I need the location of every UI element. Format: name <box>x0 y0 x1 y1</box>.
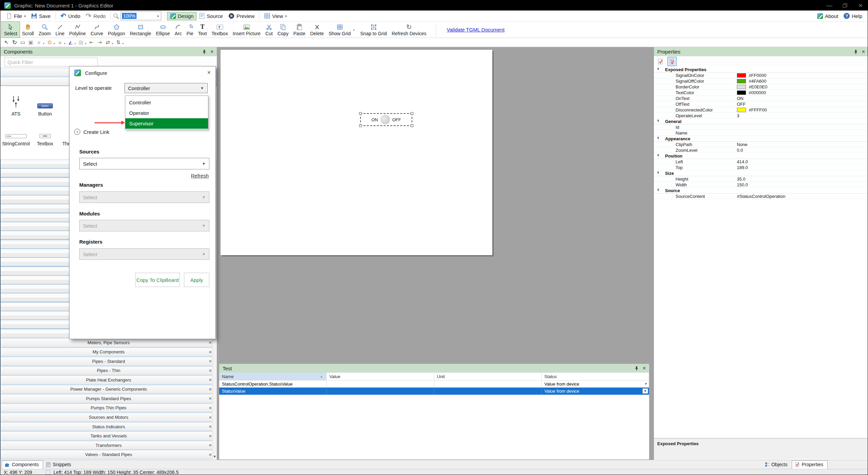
component-item-ats[interactable]: ATS <box>1 92 30 117</box>
close-icon[interactable]: × <box>209 434 212 438</box>
property-row[interactable]: ClipPathNone <box>654 142 868 147</box>
flip-horizontal-icon[interactable]: ⇄ <box>104 39 112 46</box>
drawing-canvas[interactable]: ON OFF <box>221 50 492 255</box>
rotate-right-icon[interactable]: ⇥ <box>96 39 104 46</box>
tool-scroll[interactable]: Scroll <box>20 22 36 38</box>
property-row[interactable]: TextColor#000000 <box>654 90 868 96</box>
component-item-textbox[interactable]: Textbox <box>30 122 60 146</box>
save-button[interactable]: Save <box>28 12 53 20</box>
restore-button[interactable] <box>837 0 853 11</box>
column-header-value[interactable]: Value <box>327 373 434 380</box>
group-position[interactable]: ∨Position <box>654 153 868 159</box>
component-item-stringcontrol[interactable]: StringControl <box>1 122 30 146</box>
show-exposed-properties-button[interactable] <box>667 57 677 66</box>
align-icon[interactable]: ≡ <box>56 39 64 46</box>
property-row[interactable]: OffTextOFF <box>654 101 868 107</box>
category-sources-and-motors[interactable]: Sources and Motors× <box>0 413 217 422</box>
tool-zoom[interactable]: Zoom <box>36 22 53 38</box>
property-row[interactable]: Top189.0 <box>654 165 868 170</box>
about-button[interactable]: About <box>814 12 841 20</box>
chevron-down-icon[interactable]: ▼ <box>644 382 647 386</box>
dialog-titlebar[interactable]: Configure <box>69 66 215 79</box>
flip-vertical-icon[interactable]: ⇅ <box>114 39 122 46</box>
property-row[interactable]: ZoomLevel0.0 <box>654 147 868 153</box>
close-icon[interactable]: × <box>209 340 212 345</box>
order-layers-icon[interactable]: ⧉ <box>45 39 54 46</box>
tab-objects[interactable]: Objects <box>762 460 792 469</box>
resize-handle-se[interactable] <box>411 124 413 127</box>
refresh-link[interactable]: Refresh <box>191 173 209 179</box>
tool-copy[interactable]: Copy <box>275 22 291 38</box>
file-menu[interactable]: File▾ <box>4 12 28 20</box>
show-properties-button[interactable] <box>656 57 665 66</box>
tool-select[interactable]: Select <box>2 22 20 38</box>
chevron-down-icon[interactable]: ▾ <box>54 42 55 45</box>
property-row[interactable]: OperateLevel3 <box>654 113 868 119</box>
cell-status-dropdown[interactable]: Value from device ▼ <box>542 388 649 395</box>
modules-select[interactable]: Select ▼ <box>79 220 209 231</box>
close-icon[interactable]: × <box>209 369 212 373</box>
tab-properties[interactable]: Properties <box>792 460 828 469</box>
dropdown-button[interactable]: ▼ <box>642 388 648 394</box>
category-plate-heat-exchangers[interactable]: Plate Heat Exchangers× <box>0 375 217 385</box>
category-valves-standard-pipes[interactable]: Valves - Standard Pipes× <box>0 450 217 459</box>
test-table-row[interactable]: StatusControlOperation.StatusValue Value… <box>219 380 649 388</box>
group-select-icon[interactable]: ▣ <box>27 39 35 46</box>
tool-delete[interactable]: Delete <box>308 22 326 38</box>
close-icon[interactable]: × <box>209 425 212 429</box>
source-mode-button[interactable]: Source <box>197 12 226 20</box>
undo-button[interactable]: ↶ Undo <box>58 12 83 20</box>
quick-filter-input[interactable] <box>4 58 98 66</box>
tool-arc[interactable]: Arc <box>172 22 184 38</box>
close-icon[interactable]: × <box>209 396 212 400</box>
property-row[interactable]: Name <box>654 130 868 136</box>
tool-ellipse[interactable]: Ellipse <box>153 22 172 38</box>
create-link-toggle[interactable]: ∧ Create Link <box>74 129 109 135</box>
toggle-knob[interactable] <box>380 115 390 124</box>
tool-snap-to-grid[interactable]: Snap to Grid <box>358 22 389 38</box>
close-icon[interactable]: × <box>209 378 212 382</box>
close-icon[interactable]: × <box>209 443 212 447</box>
group-size[interactable]: ∨Size <box>654 170 868 176</box>
property-row[interactable]: SignalOnColor#FF0000 <box>654 73 868 78</box>
category-pumps-standard-pipes[interactable]: Pumps Standard Pipes× <box>0 394 217 403</box>
close-icon[interactable]: × <box>209 359 212 363</box>
group-appearance[interactable]: ∨Appearance <box>654 136 868 142</box>
tab-components[interactable]: Components <box>2 460 43 469</box>
property-row[interactable]: Id <box>654 124 868 130</box>
registers-select[interactable]: Select ▼ <box>79 248 209 260</box>
category-meters-pipe-sensors[interactable]: Meters, Pipe Sensors× <box>0 338 217 347</box>
preview-mode-button[interactable]: Preview <box>226 12 257 20</box>
category-power-manager[interactable]: Power Manager - Generic Components× <box>0 385 217 394</box>
tool-show-grid[interactable]: Show Grid ▾ <box>326 22 353 38</box>
close-button[interactable]: × <box>853 0 868 11</box>
flip-shape-icon[interactable]: ◭ <box>66 39 75 46</box>
tool-paste[interactable]: Paste <box>291 22 308 38</box>
grid-settings-icon[interactable]: # <box>35 39 43 46</box>
component-item-button[interactable]: Button Button <box>30 92 60 117</box>
property-row[interactable]: Width150.0 <box>654 182 868 188</box>
close-icon[interactable]: × <box>209 350 212 354</box>
design-mode-button[interactable]: Design <box>167 12 197 20</box>
resize-handle-ne[interactable] <box>411 112 413 115</box>
chevron-down-icon[interactable]: ▾ <box>112 42 113 45</box>
level-to-operate-combobox[interactable]: Controller ▼ <box>124 83 208 93</box>
selected-toggle-component[interactable]: ON OFF <box>360 113 412 126</box>
tool-line[interactable]: Line <box>53 22 67 38</box>
mask-icon[interactable]: ▨ <box>77 39 85 46</box>
property-row[interactable]: DisconnectedColor#FFFF00 <box>654 107 868 113</box>
group-source[interactable]: ∨Source <box>654 188 868 193</box>
tool-pie[interactable]: Pie <box>184 22 195 38</box>
tool-textbox[interactable]: T Textbox <box>209 22 230 38</box>
category-tanks-and-vessels[interactable]: Tanks and Vessels× <box>0 431 217 440</box>
pin-icon[interactable] <box>854 49 858 54</box>
column-header-status[interactable]: Status <box>542 373 649 380</box>
property-row[interactable]: Left414.0 <box>654 159 868 165</box>
close-icon[interactable]: × <box>862 49 865 55</box>
property-row[interactable]: OnTextON <box>654 96 868 101</box>
category-pumps-thin-pipes[interactable]: Pumps Thin Pipes× <box>0 404 217 413</box>
validate-tgml-link[interactable]: Validate TGML Document <box>447 27 505 33</box>
chevron-down-icon[interactable]: ▾ <box>75 42 76 45</box>
select-transform-icon[interactable]: ↖ <box>2 39 11 46</box>
option-supervisor-highlighted[interactable]: Supervisor <box>125 118 208 129</box>
